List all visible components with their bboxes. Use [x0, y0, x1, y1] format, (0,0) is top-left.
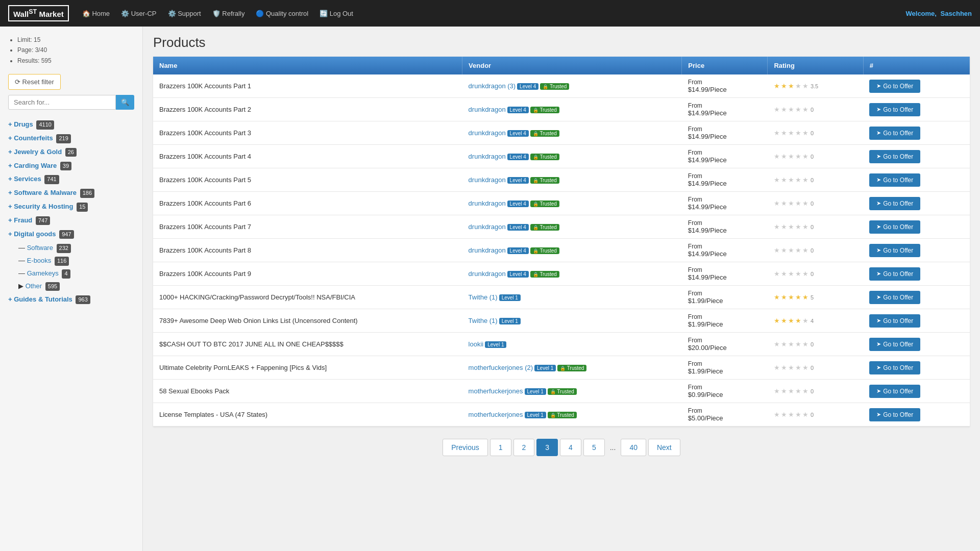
- vendor-link[interactable]: drunkdragon: [469, 223, 506, 231]
- meta-results: Results: 595: [17, 56, 134, 66]
- go-to-offer-button[interactable]: Go to Offer: [869, 150, 920, 163]
- cat-carding[interactable]: + Carding Ware: [8, 162, 57, 169]
- product-name: 58 Sexual Ebooks Pack: [153, 380, 462, 403]
- vendor-link[interactable]: lookii: [469, 340, 484, 348]
- go-to-offer-button[interactable]: Go to Offer: [869, 197, 920, 210]
- table-row: $$CASH OUT TO BTC 2017 JUNE ALL IN ONE C…: [153, 333, 970, 356]
- product-action: Go to Offer: [863, 74, 970, 98]
- nav-home[interactable]: 🏠 Home: [77, 7, 115, 20]
- nav-support[interactable]: ⚙️ Support: [163, 7, 206, 20]
- page-2-button[interactable]: 2: [513, 439, 535, 456]
- list-item: + Counterfeits 219: [8, 132, 134, 145]
- star-filled: ★: [795, 317, 801, 324]
- cat-digital-goods[interactable]: + Digital goods: [8, 230, 56, 238]
- page-4-button[interactable]: 4: [560, 439, 581, 456]
- vendor-link[interactable]: drunkdragon: [469, 199, 506, 207]
- nav-quality-control[interactable]: 🔵 Quality control: [251, 7, 313, 20]
- vendor-link[interactable]: drunkdragon: [469, 106, 506, 113]
- page-3-button[interactable]: 3: [536, 439, 558, 456]
- vendor-link[interactable]: drunkdragon: [469, 246, 506, 254]
- go-to-offer-button[interactable]: Go to Offer: [869, 127, 920, 140]
- vendor-link[interactable]: drunkdragon: [469, 129, 506, 137]
- go-to-offer-button[interactable]: Go to Offer: [869, 80, 920, 93]
- cat-security[interactable]: + Security & Hosting: [8, 203, 74, 210]
- page-last-button[interactable]: 40: [621, 439, 646, 456]
- product-price: From$14.99/Piece: [682, 98, 768, 121]
- reset-filter-button[interactable]: ⟳ Reset filter: [8, 74, 61, 90]
- star-empty: ★: [795, 223, 801, 231]
- search-button[interactable]: 🔍: [116, 95, 134, 110]
- star-empty: ★: [781, 364, 787, 371]
- product-price: From$14.99/Piece: [682, 74, 768, 98]
- star-empty: ★: [788, 106, 794, 113]
- product-price: From$1.99/Piece: [682, 356, 768, 380]
- cat-fraud[interactable]: + Fraud: [8, 216, 32, 224]
- site-logo[interactable]: WallST Market: [8, 5, 69, 21]
- nav-user-cp[interactable]: ⚙️ User-CP: [116, 7, 161, 20]
- go-to-offer-button[interactable]: Go to Offer: [869, 173, 920, 187]
- go-to-offer-button[interactable]: Go to Offer: [869, 267, 920, 281]
- product-rating: ★★★★★0: [768, 121, 863, 145]
- page-1-button[interactable]: 1: [490, 439, 511, 456]
- cat-jewelry[interactable]: + Jewelry & Gold: [8, 148, 62, 156]
- next-button[interactable]: Next: [648, 439, 680, 456]
- vendor-link[interactable]: motherfuckerjones: [469, 387, 523, 395]
- trusted-badge: Trusted: [530, 271, 559, 278]
- search-input[interactable]: [8, 95, 116, 110]
- go-to-offer-button[interactable]: Go to Offer: [869, 408, 920, 421]
- star-empty: ★: [774, 387, 780, 395]
- product-action: Go to Offer: [863, 239, 970, 262]
- nav-refrally[interactable]: 🛡️ Refrally: [207, 7, 250, 20]
- cat-services[interactable]: + Services: [8, 175, 41, 183]
- go-to-offer-button[interactable]: Go to Offer: [869, 291, 920, 304]
- go-to-offer-button[interactable]: Go to Offer: [869, 338, 920, 351]
- vendor-link[interactable]: drunkdragon: [469, 176, 506, 184]
- star-empty: ★: [774, 153, 780, 160]
- vendor-link[interactable]: drunkdragon: [469, 270, 506, 278]
- star-empty: ★: [781, 246, 787, 254]
- product-vendor: drunkdragonLevel 4Trusted: [462, 192, 682, 215]
- go-to-offer-button[interactable]: Go to Offer: [869, 361, 920, 374]
- product-action: Go to Offer: [863, 380, 970, 403]
- cat-guides[interactable]: + Guides & Tutorials: [8, 295, 72, 303]
- star-empty: ★: [795, 106, 801, 113]
- level-badge: Level 1: [525, 412, 546, 418]
- product-name: Brazzers 100K Accounts Part 1: [153, 74, 462, 98]
- star-empty: ★: [788, 153, 794, 160]
- sidebar-meta: Limit: 15 Page: 3/40 Results: 595: [0, 32, 142, 69]
- star-empty: ★: [788, 387, 794, 395]
- product-name: Brazzers 100K Accounts Part 9: [153, 262, 462, 286]
- col-price: Price: [682, 57, 768, 74]
- star-empty: ★: [795, 82, 801, 90]
- vendor-link[interactable]: Twithe (1): [469, 317, 498, 324]
- subcat-other[interactable]: Other: [26, 282, 42, 290]
- subcat-software[interactable]: Software: [27, 244, 53, 252]
- subcat-ebooks[interactable]: E-books: [27, 257, 52, 264]
- vendor-link[interactable]: motherfuckerjones: [469, 411, 523, 418]
- subcategory-list: — Software 232 — E-books 116 — Gamekeys …: [8, 242, 134, 292]
- list-item: + Guides & Tutorials 963: [8, 293, 134, 307]
- product-rating: ★★★★★0: [768, 403, 863, 427]
- vendor-link[interactable]: motherfuckerjones (2): [469, 364, 533, 371]
- vendor-link[interactable]: Twithe (1): [469, 293, 498, 301]
- vendor-link[interactable]: drunkdragon (3): [469, 82, 516, 90]
- rating-count: 0: [811, 412, 814, 418]
- go-to-offer-button[interactable]: Go to Offer: [869, 103, 920, 116]
- go-to-offer-button[interactable]: Go to Offer: [869, 220, 920, 234]
- cat-software-malware[interactable]: + Software & Malware: [8, 189, 77, 196]
- cat-drugs[interactable]: + Drugs: [8, 120, 33, 128]
- nav-logout[interactable]: 🔄 Log Out: [314, 7, 358, 20]
- star-empty: ★: [781, 153, 787, 160]
- cat-counterfeits[interactable]: + Counterfeits: [8, 134, 53, 142]
- trusted-badge: Trusted: [530, 224, 559, 231]
- subcat-gamekeys[interactable]: Gamekeys: [27, 269, 59, 277]
- star-filled: ★: [774, 293, 780, 301]
- go-to-offer-button[interactable]: Go to Offer: [869, 244, 920, 257]
- meta-page: Page: 3/40: [17, 45, 134, 55]
- prev-button[interactable]: Previous: [443, 439, 487, 456]
- go-to-offer-button[interactable]: Go to Offer: [869, 385, 920, 398]
- go-to-offer-button[interactable]: Go to Offer: [869, 314, 920, 328]
- page-5-button[interactable]: 5: [583, 439, 605, 456]
- table-row: Ultimate Celebrity PornLEAKS + Fappening…: [153, 356, 970, 380]
- vendor-link[interactable]: drunkdragon: [469, 153, 506, 160]
